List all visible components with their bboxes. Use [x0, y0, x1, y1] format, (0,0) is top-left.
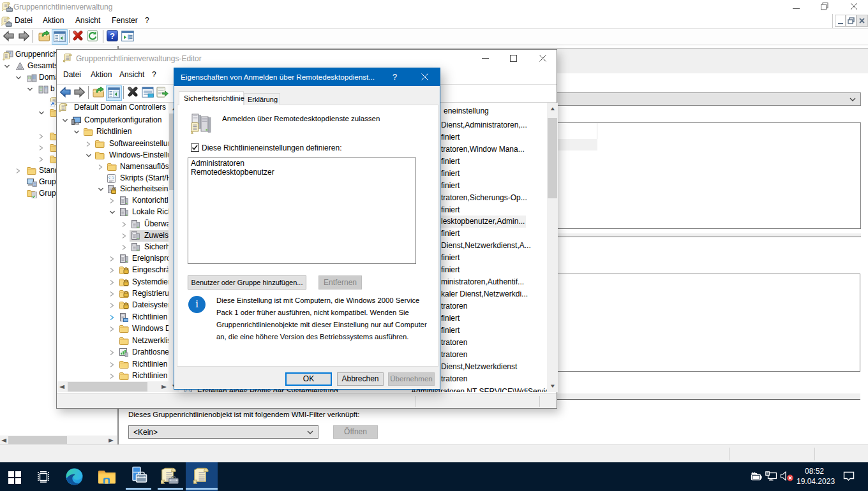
svg-text:?: ?: [110, 31, 115, 41]
